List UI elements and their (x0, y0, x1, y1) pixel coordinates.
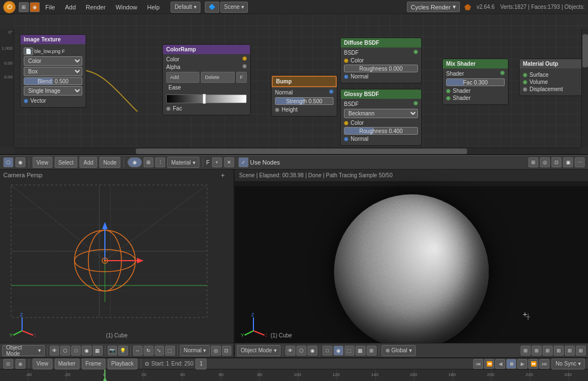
timeline-frame-btn[interactable]: Frame (82, 358, 105, 369)
render-view-btn[interactable]: 👁 (285, 346, 295, 356)
color-ramp-delete-btn[interactable]: Delete (201, 72, 234, 83)
image-texture-type-select[interactable]: Single Image (24, 86, 82, 96)
viewport-texture-icon[interactable]: ▦ (93, 346, 103, 356)
object-mode-selector[interactable]: Object Mode ▾ (2, 345, 45, 356)
render-extra-icon5[interactable]: ⊞ (565, 346, 575, 356)
node-view-btn[interactable]: View (33, 157, 52, 168)
node-editor-type-icon[interactable]: ⬡ (3, 157, 13, 167)
render-global-selector[interactable]: ⊕ Global ▾ (382, 345, 416, 356)
bump-strength-bar[interactable]: Strength 0.500 (275, 97, 333, 105)
image-texture-color-selector-row[interactable]: Color (24, 56, 82, 66)
render-select-btn[interactable]: ⬡ (296, 346, 306, 356)
viewport-snap-icon[interactable]: ⊡ (222, 346, 232, 356)
normal-selector[interactable]: Normal ▾ (180, 345, 210, 356)
node-image-texture[interactable]: Image Texture 📄 ble_low.png F Color Box … (20, 34, 86, 108)
render-cam4-btn[interactable]: ▦ (356, 346, 365, 356)
image-texture-color-select[interactable]: Color (24, 56, 82, 66)
editor-layout-selector[interactable]: Default ▾ (171, 2, 200, 13)
f-key-btn[interactable]: F (206, 160, 210, 166)
viewport-rotate-icon[interactable]: ↻ (144, 346, 153, 356)
menu-render[interactable]: Render (81, 3, 110, 12)
close-node-icon[interactable]: ✕ (224, 157, 234, 167)
image-texture-projection-row[interactable]: Box (24, 67, 82, 76)
node-editor-v-scrollbar[interactable] (581, 29, 588, 147)
viewport-shading-icon1[interactable]: □ (71, 346, 81, 356)
render-object-mode-selector[interactable]: Object Mode ▾ (237, 345, 280, 356)
render-extra-icon3[interactable]: ⊞ (543, 346, 553, 356)
viewport-render-mode-icon[interactable]: ⬡ (60, 346, 70, 356)
node-screen-icon[interactable]: ◉ (15, 157, 25, 167)
glossy-distribution-select[interactable]: Beckmann (344, 109, 418, 118)
node-bump[interactable]: Bump Normal Strength 0.500 Height (271, 75, 337, 117)
render-extra-icon2[interactable]: ⊞ (532, 346, 542, 356)
timeline-screen-icon[interactable]: ◉ (15, 359, 25, 369)
step-back-btn[interactable]: ⏪ (484, 359, 494, 369)
render-object-btn[interactable]: ◉ (308, 346, 317, 356)
menu-window[interactable]: Window (111, 3, 141, 12)
stop-btn[interactable]: ⏹ (506, 359, 516, 369)
menu-file[interactable]: File (41, 3, 60, 12)
image-texture-projection-select[interactable]: Box (24, 67, 82, 76)
viewport-transform-icon[interactable]: ↔ (133, 346, 143, 356)
viewport-shading-icon2[interactable]: ◉ (82, 346, 92, 356)
node-select-btn[interactable]: Select (55, 157, 78, 168)
node-mix-shader[interactable]: Mix Shader Shader Fac 0.300 Shader Shade… (442, 59, 508, 105)
current-frame-input[interactable]: 1 (195, 358, 206, 369)
add-node-icon[interactable]: + (212, 157, 222, 167)
node-grid-icon[interactable]: ⊞ (144, 157, 153, 167)
render-cam5-btn[interactable]: ⊞ (367, 346, 377, 356)
node-render-icon[interactable]: ▣ (563, 157, 573, 167)
node-editor-v-scrollbar-thumb[interactable] (582, 34, 588, 67)
color-ramp-buttons-row[interactable]: Add Delete F (166, 72, 247, 83)
color-ramp-add-btn[interactable]: Add (166, 72, 199, 83)
viewport-view-icon[interactable]: 👁 (50, 346, 60, 356)
viewport-camera-icon[interactable]: 📷 (108, 346, 118, 356)
node-snap-icon[interactable]: ⊞ (528, 157, 538, 167)
timeline-type-icon[interactable]: ⊞ (3, 359, 13, 369)
gradient-handle[interactable] (203, 94, 206, 104)
viewport-scale-icon[interactable]: ⤡ (155, 346, 165, 356)
node-editor-h-scrollbar-thumb[interactable] (136, 149, 467, 154)
color-ramp-gradient-bar[interactable] (166, 94, 247, 103)
node-node-btn[interactable]: Node (99, 157, 120, 168)
node-extra-icon[interactable]: ⋯ (575, 157, 585, 167)
node-view-snap-icon[interactable]: ⊡ (552, 157, 561, 167)
timeline-playback-btn[interactable]: Playback (108, 358, 138, 369)
image-texture-blend-bar[interactable]: Blend: 0.500 (24, 77, 82, 85)
node-material-output[interactable]: Material Outp Surface Volume Displacemen… (519, 59, 585, 96)
screen-layout-icon[interactable]: ◉ (30, 2, 40, 12)
viewport-light-icon[interactable]: 💡 (118, 346, 128, 356)
node-dots-icon[interactable]: ⋮ (155, 157, 165, 167)
node-color-ramp[interactable]: ColorRamp Color Alpha Add Delete F Ease (162, 44, 251, 115)
scene-icon-btn[interactable]: 🔷 (205, 2, 219, 13)
image-texture-type-row[interactable]: Single Image (24, 86, 82, 96)
node-editor-h-scrollbar[interactable] (14, 147, 581, 154)
render-engine-selector[interactable]: Cycles Render ▾ (407, 2, 460, 12)
use-nodes-toggle[interactable]: ✓ (239, 157, 248, 167)
viewport-proportional-icon[interactable]: ◎ (211, 346, 221, 356)
render-extra-icon1[interactable]: ⊞ (521, 346, 531, 356)
glossy-distribution-row[interactable]: Beckmann (344, 109, 418, 118)
editor-type-selector[interactable]: ⊞ (19, 2, 29, 12)
menu-help[interactable]: Help (143, 3, 165, 12)
node-glossy-bsdf[interactable]: Glossy BSDF BSDF Beckmann Color Roughnes… (340, 89, 422, 146)
render-extra-icon4[interactable]: ⊞ (554, 346, 564, 356)
render-cam1-btn[interactable]: □ (322, 346, 332, 356)
node-material-selector[interactable]: Material ▾ (167, 157, 199, 168)
color-ramp-f-btn[interactable]: F (236, 72, 247, 83)
render-extra-icon6[interactable]: ⊞ (576, 346, 586, 356)
render-cam2-btn[interactable]: ◉ (333, 346, 343, 356)
render-cam3-btn[interactable]: ⬚ (345, 346, 354, 356)
timeline-marker-btn[interactable]: Marker (55, 358, 80, 369)
viewport-select-icon[interactable]: ⬚ (165, 346, 175, 356)
scene-selector[interactable]: Scene ▾ (220, 2, 248, 13)
jump-end-btn[interactable]: ⏭ (539, 359, 549, 369)
play-btn[interactable]: ▶ (517, 359, 527, 369)
menu-add[interactable]: Add (61, 3, 81, 12)
node-add-btn[interactable]: Add (80, 157, 97, 168)
timeline-view-btn[interactable]: View (33, 358, 52, 369)
node-proportional-icon[interactable]: ◎ (540, 157, 550, 167)
diffuse-roughness-bar[interactable]: Roughness 0.000 (344, 65, 418, 72)
jump-start-btn[interactable]: ⏮ (473, 359, 483, 369)
glossy-roughness-bar[interactable]: Roughness 0.400 (344, 127, 418, 135)
